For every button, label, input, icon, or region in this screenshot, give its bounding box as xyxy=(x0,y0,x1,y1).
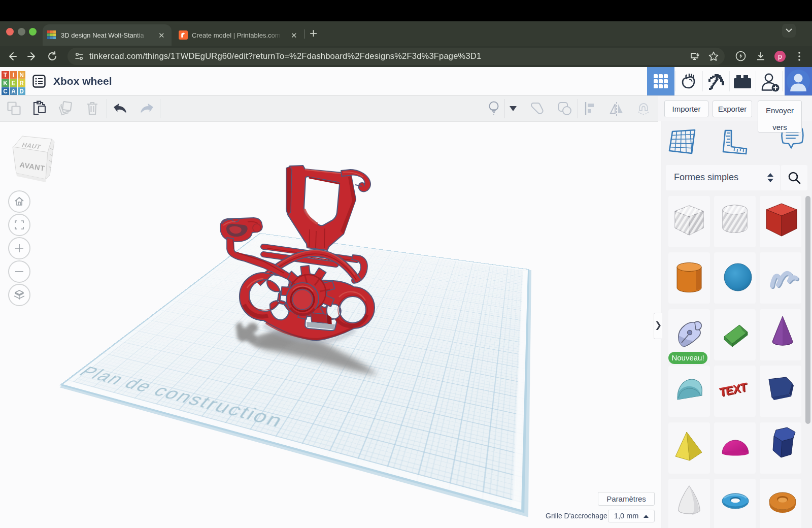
svg-text:C: C xyxy=(3,88,8,95)
svg-text:T: T xyxy=(4,72,8,79)
svg-text:E: E xyxy=(11,80,15,87)
svg-text:R: R xyxy=(19,80,24,87)
svg-text:I: I xyxy=(13,72,14,79)
svg-text:N: N xyxy=(19,72,24,79)
svg-text:TEXT: TEXT xyxy=(719,380,747,399)
svg-text:A: A xyxy=(11,88,16,95)
svg-text:K: K xyxy=(3,80,8,87)
svg-text:D: D xyxy=(19,88,24,95)
